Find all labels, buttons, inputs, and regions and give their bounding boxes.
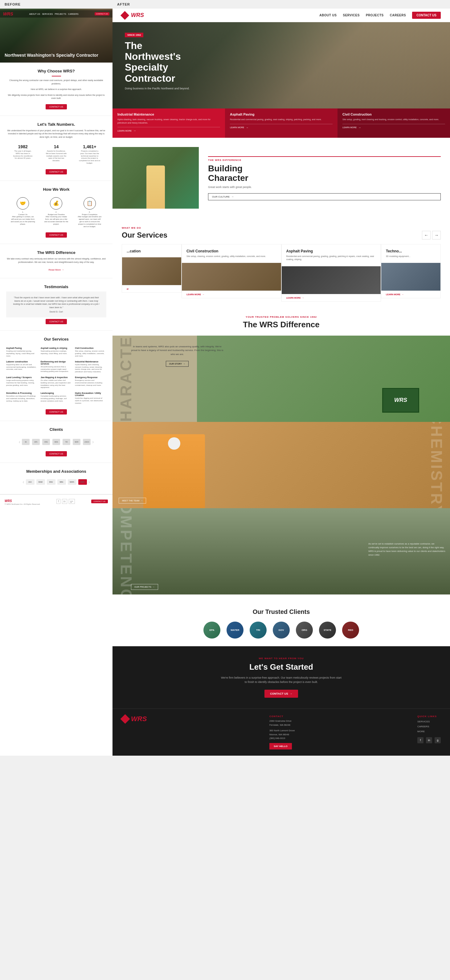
civil-learn-more[interactable]: LEARN MORE → xyxy=(342,124,445,129)
meet-team-btn[interactable]: MEET THE TEAM → xyxy=(119,498,146,504)
before-step-name-1: Budget and Timeline xyxy=(44,213,68,216)
before-stat-1: 14 Awards for Excellence. We've been hon… xyxy=(45,144,67,165)
our-projects-btn[interactable]: OUR PROJECTS → xyxy=(131,584,158,590)
after-label: AFTER xyxy=(113,0,450,9)
client-text-2: TRI xyxy=(256,629,260,632)
before-why-btn[interactable]: CONTACT US xyxy=(46,104,67,110)
before-contact-btn[interactable]: CONTACT US xyxy=(95,12,110,16)
footer-diamond-icon xyxy=(120,714,130,724)
service-item-civil: Civil Construction Site setup, clearing,… xyxy=(181,244,281,299)
footer-in-icon[interactable]: in xyxy=(426,737,432,743)
footer-g-icon[interactable]: g xyxy=(434,737,441,743)
footer-link-services[interactable]: SERVICES xyxy=(417,719,441,724)
nav-item-services[interactable]: SERVICES xyxy=(343,14,359,17)
culture-button[interactable]: OUR CULTURE → xyxy=(208,193,441,200)
footer-fb-icon[interactable]: f xyxy=(417,737,423,743)
after-nav: WRS ABOUT US SERVICES PROJECTS CAREERS C… xyxy=(113,9,450,22)
building-text: THE WRS DIFFERENCE Building Character Gr… xyxy=(199,147,450,210)
nav-contact-btn[interactable]: CONTACT US xyxy=(412,12,441,19)
services-prev-btn[interactable]: ← xyxy=(422,231,431,239)
nav-item-projects[interactable]: PROJECTS xyxy=(366,14,384,17)
civil-learn-more-link[interactable]: LEARN MORE → xyxy=(182,291,281,298)
techno-service-img xyxy=(381,263,440,291)
services-grid: ...cation al Civil Construction Site set… xyxy=(122,244,441,302)
before-nav-item[interactable]: SERVICES xyxy=(42,13,53,15)
nav-item-careers[interactable]: CAREERS xyxy=(390,14,406,17)
arrow-icon: → xyxy=(153,586,155,588)
asphalt-service-img xyxy=(282,266,381,294)
client-text-1: WATER xyxy=(231,629,239,632)
arrow-icon: → xyxy=(231,196,234,198)
before-step-icon-0: 🤝 xyxy=(17,197,29,210)
civil-title: Civil Construction xyxy=(342,113,445,116)
competency-label: COMPETENCY xyxy=(117,508,135,595)
say-hello-btn[interactable]: SAY HELLO xyxy=(269,743,292,749)
before-why-text3: We diligently review projects from start… xyxy=(6,94,107,100)
memberships-next-btn[interactable]: › xyxy=(89,479,90,485)
before-testimonial-block: "Trust the experts so that I have never … xyxy=(6,291,107,317)
before-stat-label-0: The year it all began. WRS has been in b… xyxy=(12,150,33,160)
clients-prev-btn[interactable]: ‹ xyxy=(19,439,20,445)
chemistry-image xyxy=(113,422,450,508)
list-item: Jaw Mapping & InspectionOn other mobile … xyxy=(41,376,72,389)
memberships-prev-btn[interactable]: ‹ xyxy=(22,479,24,485)
competency-desc-container: As we've set to establish ourselves as a… xyxy=(368,508,445,595)
wrs-sign: WRS xyxy=(382,388,419,413)
services-next-btn[interactable]: → xyxy=(432,231,441,239)
client-logo-3: MSN xyxy=(52,439,60,445)
client-text-4: ORG xyxy=(301,629,307,632)
service-card-asphalt: Asphalt Paving Residential and commercia… xyxy=(225,107,337,138)
client-logo-1: EPA xyxy=(32,439,40,445)
wrs-diff-label: THE WRS DIFFERENCE xyxy=(208,156,441,161)
techno-learn-more-link[interactable]: LEARN MORE → xyxy=(381,291,440,298)
before-nav-item[interactable]: ABOUT US xyxy=(29,13,40,15)
footer-links-title: QUICK LINKS xyxy=(417,715,441,718)
before-numbers-btn[interactable]: CONTACT US xyxy=(46,169,67,174)
social-in[interactable]: in xyxy=(62,499,67,504)
before-footer-btn[interactable]: CONTACT US xyxy=(91,500,108,503)
before-read-more[interactable]: Read More → xyxy=(49,269,64,271)
nav-item-about[interactable]: ABOUT US xyxy=(319,14,337,17)
clients-next-btn[interactable]: › xyxy=(92,439,94,445)
before-how-btn[interactable]: CONTACT US xyxy=(46,232,67,238)
client-badge-4: ORG xyxy=(296,622,313,638)
list-item: Hydro Excavation / Utility LocationHydro… xyxy=(75,392,107,404)
before-services-btn[interactable]: CONTACT US xyxy=(46,409,67,415)
techno-service-desc: 3D modeling equipment... xyxy=(386,255,436,258)
footer-link-careers[interactable]: CAREERS xyxy=(417,724,441,729)
service-partial-link[interactable]: al xyxy=(122,285,181,293)
before-step-icon-1: 💰 xyxy=(50,197,62,210)
before-stats: 1982 The year it all began. WRS has been… xyxy=(6,141,107,168)
client-logo-4: TRI xyxy=(62,439,70,445)
before-step-label-2: 3. xyxy=(77,211,102,213)
character-content: In teams and systems, WRS also puts an u… xyxy=(131,345,223,367)
before-clients-btn[interactable]: CONTACT US xyxy=(46,451,67,457)
social-g[interactable]: g+ xyxy=(69,499,75,504)
footer-address: 2360 Grainview Drive Ferndale, WA 98248 … xyxy=(269,719,295,741)
asphalt-desc: Residential and commercial paving, gradi… xyxy=(230,118,332,121)
arrow-icon: → xyxy=(140,500,143,502)
our-story-btn[interactable]: OUR STORY → xyxy=(166,361,189,367)
asphalt-learn-more-link[interactable]: LEARN MORE → xyxy=(282,294,381,301)
footer-link-more[interactable]: MORE xyxy=(417,729,441,734)
before-nav-item[interactable]: CAREERS xyxy=(68,13,79,15)
before-hero-text: Northwest Washington's Specialty Contrac… xyxy=(5,52,98,58)
character-image: WRS xyxy=(197,336,450,422)
list-item: Asphalt sealing & stripingSealcoating pr… xyxy=(41,347,72,357)
before-services-grid: Asphalt PavingGrading and residential pa… xyxy=(6,344,107,407)
person-chemistry xyxy=(143,434,205,508)
asphalt-learn-more[interactable]: LEARN MORE → xyxy=(230,124,332,129)
service-item-partial: ...cation al xyxy=(122,244,181,293)
before-test-btn[interactable]: CONTACT US xyxy=(46,319,67,324)
client-text-0: EPA xyxy=(210,629,215,632)
industrial-learn-more[interactable]: LEARN MORE → xyxy=(118,127,220,132)
before-stat-num-1: 14 xyxy=(45,144,67,149)
get-started-btn[interactable]: CONTACT US → xyxy=(264,690,298,698)
service-item-techno: Techno... 3D modeling equipment... LEARN… xyxy=(381,244,441,299)
industrial-desc: Hydro-blasting, tank cleaning, vacuum tr… xyxy=(118,118,220,124)
chemistry-label: CHEMISTRY xyxy=(428,422,445,508)
social-fb[interactable]: f xyxy=(56,499,60,504)
after-services-banner: Industrial Maintenance Hydro-blasting, t… xyxy=(113,107,450,138)
wrs-sign-text: WRS xyxy=(394,397,407,403)
before-nav-item[interactable]: PROJECTS xyxy=(54,13,66,15)
